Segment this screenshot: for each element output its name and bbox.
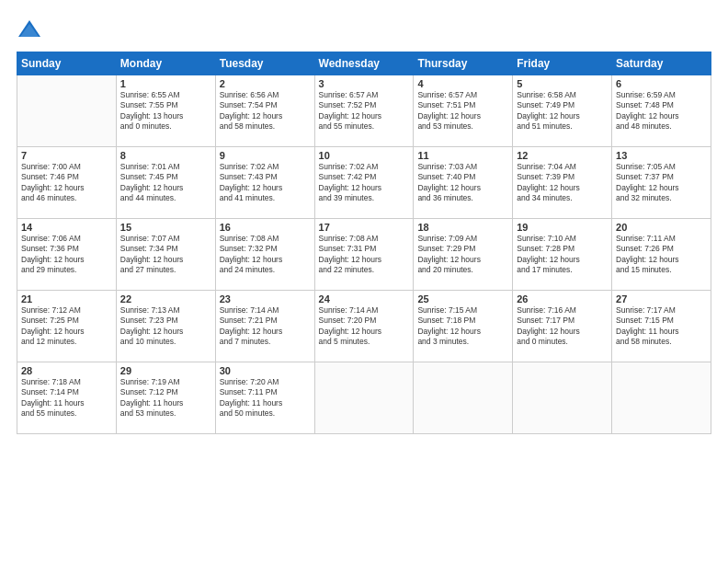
day-info: Sunrise: 7:06 AM Sunset: 7:36 PM Dayligh…: [21, 234, 112, 276]
table-row: 22Sunrise: 7:13 AM Sunset: 7:23 PM Dayli…: [116, 291, 215, 362]
day-number: 14: [21, 222, 112, 233]
table-row: 13Sunrise: 7:05 AM Sunset: 7:37 PM Dayli…: [612, 147, 711, 219]
day-number: 20: [616, 222, 707, 233]
day-info: Sunrise: 7:08 AM Sunset: 7:32 PM Dayligh…: [220, 234, 311, 276]
day-info: Sunrise: 7:01 AM Sunset: 7:45 PM Dayligh…: [120, 162, 211, 204]
table-row: 25Sunrise: 7:15 AM Sunset: 7:18 PM Dayli…: [414, 291, 513, 362]
table-row: 12Sunrise: 7:04 AM Sunset: 7:39 PM Dayli…: [513, 147, 612, 219]
table-row: 8Sunrise: 7:01 AM Sunset: 7:45 PM Daylig…: [116, 147, 215, 219]
day-number: 19: [517, 222, 608, 233]
day-number: 18: [417, 222, 508, 233]
day-info: Sunrise: 7:15 AM Sunset: 7:18 PM Dayligh…: [417, 305, 508, 348]
day-info: Sunrise: 7:17 AM Sunset: 7:15 PM Dayligh…: [616, 305, 707, 348]
day-info: Sunrise: 7:00 AM Sunset: 7:46 PM Dayligh…: [21, 162, 112, 204]
table-row: 6Sunrise: 6:59 AM Sunset: 7:48 PM Daylig…: [612, 75, 711, 147]
table-row: 19Sunrise: 7:10 AM Sunset: 7:28 PM Dayli…: [513, 219, 612, 291]
day-number: 4: [417, 78, 508, 89]
day-info: Sunrise: 7:19 AM Sunset: 7:12 PM Dayligh…: [120, 377, 211, 419]
day-info: Sunrise: 7:11 AM Sunset: 7:26 PM Dayligh…: [616, 234, 707, 276]
day-number: 9: [220, 150, 311, 161]
table-row: 28Sunrise: 7:18 AM Sunset: 7:14 PM Dayli…: [17, 362, 117, 434]
header: [17, 17, 711, 42]
day-number: 23: [220, 293, 311, 304]
day-number: 24: [319, 293, 410, 304]
day-info: Sunrise: 6:55 AM Sunset: 7:55 PM Dayligh…: [120, 90, 211, 132]
table-row: 14Sunrise: 7:06 AM Sunset: 7:36 PM Dayli…: [17, 219, 117, 291]
table-row: 23Sunrise: 7:14 AM Sunset: 7:21 PM Dayli…: [215, 291, 314, 362]
day-number: 13: [616, 150, 707, 161]
day-info: Sunrise: 6:59 AM Sunset: 7:48 PM Dayligh…: [616, 90, 707, 132]
table-row: [414, 362, 513, 434]
day-number: 6: [616, 78, 707, 89]
table-row: 7Sunrise: 7:00 AM Sunset: 7:46 PM Daylig…: [17, 147, 117, 219]
calendar-header-row: Sunday Monday Tuesday Wednesday Thursday…: [17, 52, 711, 75]
table-row: 4Sunrise: 6:57 AM Sunset: 7:51 PM Daylig…: [414, 75, 513, 147]
day-info: Sunrise: 7:10 AM Sunset: 7:28 PM Dayligh…: [517, 234, 608, 276]
day-info: Sunrise: 7:12 AM Sunset: 7:25 PM Dayligh…: [21, 305, 112, 348]
col-friday: Friday: [513, 52, 612, 75]
day-number: 30: [220, 365, 311, 376]
day-info: Sunrise: 6:56 AM Sunset: 7:54 PM Dayligh…: [220, 90, 311, 132]
day-info: Sunrise: 7:05 AM Sunset: 7:37 PM Dayligh…: [616, 162, 707, 204]
col-wednesday: Wednesday: [314, 52, 414, 75]
col-saturday: Saturday: [612, 52, 711, 75]
table-row: 30Sunrise: 7:20 AM Sunset: 7:11 PM Dayli…: [215, 362, 314, 434]
day-number: 15: [120, 222, 211, 233]
day-number: 12: [517, 150, 608, 161]
table-row: 15Sunrise: 7:07 AM Sunset: 7:34 PM Dayli…: [116, 219, 215, 291]
table-row: 17Sunrise: 7:08 AM Sunset: 7:31 PM Dayli…: [314, 219, 414, 291]
day-info: Sunrise: 7:02 AM Sunset: 7:43 PM Dayligh…: [220, 162, 311, 204]
table-row: [314, 362, 414, 434]
table-row: 18Sunrise: 7:09 AM Sunset: 7:29 PM Dayli…: [414, 219, 513, 291]
calendar-week-row: 7Sunrise: 7:00 AM Sunset: 7:46 PM Daylig…: [17, 147, 711, 219]
day-info: Sunrise: 7:09 AM Sunset: 7:29 PM Dayligh…: [417, 234, 508, 276]
day-number: 28: [21, 365, 112, 376]
day-number: 16: [220, 222, 311, 233]
table-row: 11Sunrise: 7:03 AM Sunset: 7:40 PM Dayli…: [414, 147, 513, 219]
logo: [17, 17, 46, 42]
table-row: 24Sunrise: 7:14 AM Sunset: 7:20 PM Dayli…: [314, 291, 414, 362]
day-info: Sunrise: 6:57 AM Sunset: 7:52 PM Dayligh…: [319, 90, 410, 132]
col-sunday: Sunday: [17, 52, 117, 75]
table-row: 10Sunrise: 7:02 AM Sunset: 7:42 PM Dayli…: [314, 147, 414, 219]
day-info: Sunrise: 7:18 AM Sunset: 7:14 PM Dayligh…: [21, 377, 112, 419]
table-row: 16Sunrise: 7:08 AM Sunset: 7:32 PM Dayli…: [215, 219, 314, 291]
day-info: Sunrise: 7:07 AM Sunset: 7:34 PM Dayligh…: [120, 234, 211, 276]
table-row: [612, 362, 711, 434]
day-number: 8: [120, 150, 211, 161]
day-number: 3: [319, 78, 410, 89]
day-info: Sunrise: 7:14 AM Sunset: 7:20 PM Dayligh…: [319, 305, 410, 348]
day-number: 29: [120, 365, 211, 376]
day-info: Sunrise: 7:08 AM Sunset: 7:31 PM Dayligh…: [319, 234, 410, 276]
table-row: 26Sunrise: 7:16 AM Sunset: 7:17 PM Dayli…: [513, 291, 612, 362]
col-tuesday: Tuesday: [215, 52, 314, 75]
day-info: Sunrise: 7:02 AM Sunset: 7:42 PM Dayligh…: [319, 162, 410, 204]
day-number: 26: [517, 293, 608, 304]
day-info: Sunrise: 7:20 AM Sunset: 7:11 PM Dayligh…: [220, 377, 311, 419]
day-number: 27: [616, 293, 707, 304]
col-thursday: Thursday: [414, 52, 513, 75]
day-number: 2: [220, 78, 311, 89]
day-number: 5: [517, 78, 608, 89]
table-row: 1Sunrise: 6:55 AM Sunset: 7:55 PM Daylig…: [116, 75, 215, 147]
day-info: Sunrise: 7:03 AM Sunset: 7:40 PM Dayligh…: [417, 162, 508, 204]
table-row: 9Sunrise: 7:02 AM Sunset: 7:43 PM Daylig…: [215, 147, 314, 219]
day-info: Sunrise: 7:13 AM Sunset: 7:23 PM Dayligh…: [120, 305, 211, 348]
day-number: 17: [319, 222, 410, 233]
table-row: 3Sunrise: 6:57 AM Sunset: 7:52 PM Daylig…: [314, 75, 414, 147]
calendar-table: Sunday Monday Tuesday Wednesday Thursday…: [17, 52, 711, 434]
calendar-week-row: 28Sunrise: 7:18 AM Sunset: 7:14 PM Dayli…: [17, 362, 711, 434]
day-info: Sunrise: 7:14 AM Sunset: 7:21 PM Dayligh…: [220, 305, 311, 348]
calendar-week-row: 21Sunrise: 7:12 AM Sunset: 7:25 PM Dayli…: [17, 291, 711, 362]
day-number: 10: [319, 150, 410, 161]
day-number: 11: [417, 150, 508, 161]
col-monday: Monday: [116, 52, 215, 75]
table-row: 27Sunrise: 7:17 AM Sunset: 7:15 PM Dayli…: [612, 291, 711, 362]
page: Sunday Monday Tuesday Wednesday Thursday…: [0, 0, 728, 563]
table-row: 21Sunrise: 7:12 AM Sunset: 7:25 PM Dayli…: [17, 291, 117, 362]
day-info: Sunrise: 7:04 AM Sunset: 7:39 PM Dayligh…: [517, 162, 608, 204]
table-row: [513, 362, 612, 434]
table-row: 2Sunrise: 6:56 AM Sunset: 7:54 PM Daylig…: [215, 75, 314, 147]
day-info: Sunrise: 7:16 AM Sunset: 7:17 PM Dayligh…: [517, 305, 608, 348]
day-number: 25: [417, 293, 508, 304]
